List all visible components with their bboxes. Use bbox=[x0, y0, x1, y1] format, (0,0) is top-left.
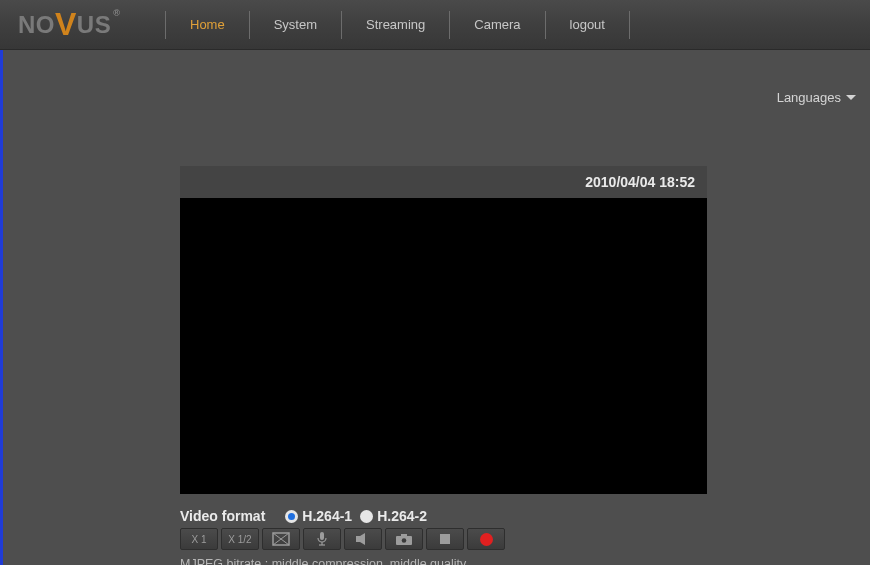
svg-rect-8 bbox=[440, 534, 450, 544]
mic-button[interactable] bbox=[303, 528, 341, 550]
svg-rect-6 bbox=[401, 534, 407, 537]
video-view[interactable] bbox=[180, 198, 707, 494]
radio-label: H.264-1 bbox=[302, 508, 352, 524]
brand-v: V bbox=[55, 12, 77, 36]
speaker-icon bbox=[355, 532, 371, 546]
stop-button[interactable] bbox=[426, 528, 464, 550]
mic-icon bbox=[316, 531, 328, 547]
brand-pre: NO bbox=[18, 11, 55, 39]
snapshot-button[interactable] bbox=[385, 528, 423, 550]
svg-marker-4 bbox=[356, 533, 365, 545]
nav-camera[interactable]: Camera bbox=[450, 0, 544, 50]
radio-label: H.264-2 bbox=[377, 508, 427, 524]
nav-streaming[interactable]: Streaming bbox=[342, 0, 449, 50]
nav-system[interactable]: System bbox=[250, 0, 341, 50]
main-nav: Home System Streaming Camera logout bbox=[165, 0, 630, 50]
record-icon bbox=[480, 533, 493, 546]
languages-dropdown[interactable]: Languages bbox=[777, 90, 856, 105]
nav-separator bbox=[629, 11, 630, 39]
top-bar: NOVUS® Home System Streaming Camera logo… bbox=[0, 0, 870, 50]
video-format-label: Video format bbox=[180, 508, 265, 524]
info-mjpeg: MJPEG bitrate : middle compression, midd… bbox=[180, 556, 707, 565]
svg-rect-1 bbox=[320, 532, 324, 540]
zoom-1x-button[interactable]: X 1 bbox=[180, 528, 218, 550]
main-panel: 2010/04/04 18:52 Video format H.264-1 H.… bbox=[180, 166, 707, 565]
below-video: Video format H.264-1 H.264-2 X 1 X 1/2 bbox=[180, 508, 707, 565]
brand-logo: NOVUS® bbox=[0, 11, 165, 39]
svg-point-7 bbox=[402, 538, 407, 543]
brand-post: US bbox=[77, 11, 111, 39]
radio-h264-1[interactable]: H.264-1 bbox=[285, 508, 352, 524]
video-header: 2010/04/04 18:52 bbox=[180, 166, 707, 198]
radio-icon bbox=[285, 510, 298, 523]
zoom-1x-label: X 1 bbox=[191, 534, 206, 545]
video-format-row: Video format H.264-1 H.264-2 bbox=[180, 508, 707, 524]
nav-logout[interactable]: logout bbox=[546, 0, 629, 50]
record-button[interactable] bbox=[467, 528, 505, 550]
brand-mark: ® bbox=[113, 8, 120, 18]
content: Languages 2010/04/04 18:52 Video format … bbox=[0, 50, 870, 565]
caret-down-icon bbox=[846, 95, 856, 100]
zoom-half-button[interactable]: X 1/2 bbox=[221, 528, 259, 550]
speaker-button[interactable] bbox=[344, 528, 382, 550]
languages-label: Languages bbox=[777, 90, 841, 105]
video-wrap: 2010/04/04 18:52 bbox=[180, 166, 707, 494]
fullscreen-icon bbox=[272, 532, 290, 546]
video-toolbar: X 1 X 1/2 bbox=[180, 528, 707, 550]
zoom-half-label: X 1/2 bbox=[228, 534, 251, 545]
camera-icon bbox=[395, 533, 413, 546]
nav-home[interactable]: Home bbox=[166, 0, 249, 50]
video-timestamp: 2010/04/04 18:52 bbox=[585, 174, 695, 190]
stop-icon bbox=[439, 533, 451, 545]
fullscreen-button[interactable] bbox=[262, 528, 300, 550]
radio-h264-2[interactable]: H.264-2 bbox=[360, 508, 427, 524]
radio-icon bbox=[360, 510, 373, 523]
